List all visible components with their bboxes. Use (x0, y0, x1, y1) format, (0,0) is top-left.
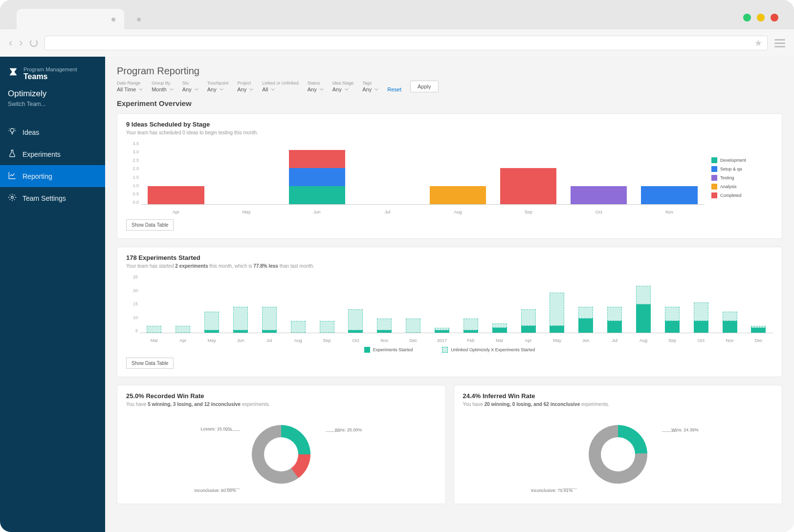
chart-icon (8, 171, 17, 181)
brand-logo-icon (8, 66, 19, 77)
chevron-down-icon (249, 87, 253, 91)
card-experiments-started: 178 Experiments Started Your team has st… (117, 247, 782, 377)
card-subtitle: You have 5 winning, 3 losing, and 12 inc… (126, 402, 437, 407)
card-recorded-win-rate: 25.0% Recorded Win Rate You have 5 winni… (117, 385, 446, 504)
show-data-table-button[interactable]: Show Data Table (126, 358, 174, 369)
apply-filters-button[interactable]: Apply (410, 81, 439, 92)
bookmark-star-icon[interactable]: ★ (754, 38, 762, 48)
card-title: 178 Experiments Started (126, 254, 773, 261)
sidebar-header: Program Management Teams (0, 57, 105, 87)
reset-filters-link[interactable]: Reset (387, 86, 401, 92)
chevron-down-icon (375, 87, 378, 91)
chevron-down-icon (170, 87, 174, 91)
filter-label: Stu (182, 81, 198, 85)
url-toolbar: ‹ › ★ (0, 29, 794, 57)
filter-value: Any (182, 86, 192, 92)
legend: Experiments Started Unlinked Optimizely … (126, 347, 773, 353)
filter-value: All (262, 86, 268, 92)
team-name: Optimizely (8, 89, 97, 99)
card-subtitle: Your team has scheduled 0 ideas to begin… (126, 130, 773, 135)
sidebar-item-label: Team Settings (22, 194, 66, 202)
chart-experiments-started: 252015105 MarAprMayJunJulAugSepOctNovDec… (126, 275, 773, 343)
filter-label: Tags (362, 81, 378, 85)
browser-frame: ‹ › ★ Program Management Teams Optimizel… (0, 0, 794, 532)
filter-label: Touchpoint (207, 81, 229, 85)
sidebar-item-label: Ideas (22, 128, 39, 136)
legend: DevelopmentSetup & qaTestingAnalysisComp… (705, 141, 773, 214)
filter-idea-stage[interactable]: Idea StageAny (332, 81, 354, 92)
flask-icon (8, 149, 17, 159)
card-title: 24.4% Inferred Win Rate (463, 392, 773, 400)
chevron-down-icon (139, 87, 143, 91)
sidebar-item-reporting[interactable]: Reporting (0, 165, 105, 187)
filter-value: Any (308, 86, 317, 92)
gear-icon (8, 193, 17, 203)
filter-date-range[interactable]: Date RangeAll Time (117, 81, 143, 92)
back-icon[interactable]: ‹ (9, 37, 12, 49)
card-title: 25.0% Recorded Win Rate (126, 392, 437, 400)
tab-close-icon[interactable] (111, 18, 115, 21)
card-subtitle: Your team has started 2 experiments this… (126, 263, 773, 269)
filter-touchpoint[interactable]: TouchpointAny (207, 81, 229, 92)
filter-label: Date Range (117, 81, 143, 85)
filter-label: Idea Stage (332, 81, 354, 85)
close-window-icon[interactable] (771, 14, 778, 21)
card-inferred-win-rate: 24.4% Inferred Win Rate You have 20 winn… (454, 385, 783, 504)
filter-linked-or-unlinked[interactable]: Linked or UnlinkedAll (262, 81, 299, 92)
filter-status[interactable]: StatusAny (308, 81, 324, 92)
product-line: Program Management (23, 66, 77, 72)
show-data-table-button[interactable]: Show Data Table (126, 219, 174, 231)
chevron-down-icon (345, 87, 349, 91)
forward-icon[interactable]: › (19, 37, 22, 49)
minimize-icon[interactable] (743, 14, 751, 21)
reload-icon[interactable] (30, 39, 38, 47)
filter-value: Month (152, 86, 167, 92)
page-title: Program Reporting (117, 65, 782, 77)
section-title: Experiment Overview (117, 99, 782, 107)
filter-value: Any (237, 86, 246, 92)
chart-ideas-by-stage: 3.53.02.52.01.51.00.50.0 AprMayJunJulAug… (126, 141, 705, 214)
chevron-down-icon (320, 87, 324, 91)
card-title: 9 Ideas Scheduled by Stage (126, 121, 773, 128)
card-subtitle: You have 20 winning, 0 losing, and 62 in… (463, 402, 773, 407)
svg-point-1 (11, 196, 14, 199)
chart-inferred-win-rate: Wins: 24.39% Inconclusive: 75.61% (463, 413, 773, 496)
filter-value: Any (362, 86, 372, 92)
filter-group-by[interactable]: Group ByMonth (152, 81, 174, 92)
product-name: Teams (23, 72, 77, 81)
sidebar-nav: IdeasExperimentsReportingTeam Settings (0, 121, 105, 209)
chart-recorded-win-rate: Wins: 25.00% Losses: 15.00% Inconclusive… (126, 413, 437, 496)
maximize-icon[interactable] (757, 14, 765, 21)
url-input[interactable]: ★ (44, 36, 768, 50)
main-content: Program Reporting Date RangeAll TimeGrou… (105, 57, 794, 532)
filter-label: Project (237, 81, 253, 85)
filter-label: Group By (152, 81, 174, 85)
filter-value: Any (332, 86, 342, 92)
svg-point-0 (10, 128, 14, 132)
filter-stu[interactable]: StuAny (182, 81, 198, 92)
lightbulb-icon (8, 127, 17, 137)
filter-label: Status (308, 81, 324, 85)
window-controls (743, 14, 778, 21)
sidebar-item-label: Experiments (22, 150, 61, 158)
app-shell: Program Management Teams Optimizely Swit… (0, 57, 794, 532)
sidebar-item-label: Reporting (22, 172, 52, 180)
filter-tags[interactable]: TagsAny (362, 81, 378, 92)
chevron-down-icon (271, 87, 275, 91)
chevron-down-icon (195, 87, 198, 91)
menu-icon[interactable] (774, 39, 785, 47)
filter-label: Linked or Unlinked (262, 81, 299, 85)
filter-project[interactable]: ProjectAny (237, 81, 253, 92)
sidebar-item-ideas[interactable]: Ideas (0, 121, 105, 143)
chevron-down-icon (220, 87, 223, 91)
new-tab-icon[interactable] (137, 18, 141, 21)
tab-strip (0, 0, 794, 29)
browser-tab[interactable] (17, 9, 124, 30)
sidebar: Program Management Teams Optimizely Swit… (0, 57, 105, 532)
switch-team-link[interactable]: Switch Team... (8, 101, 97, 107)
filter-value: Any (207, 86, 217, 92)
sidebar-item-team-settings[interactable]: Team Settings (0, 187, 105, 209)
sidebar-item-experiments[interactable]: Experiments (0, 143, 105, 165)
filter-bar: Date RangeAll TimeGroup ByMonthStuAnyTou… (117, 81, 782, 92)
filter-value: All Time (117, 86, 136, 92)
